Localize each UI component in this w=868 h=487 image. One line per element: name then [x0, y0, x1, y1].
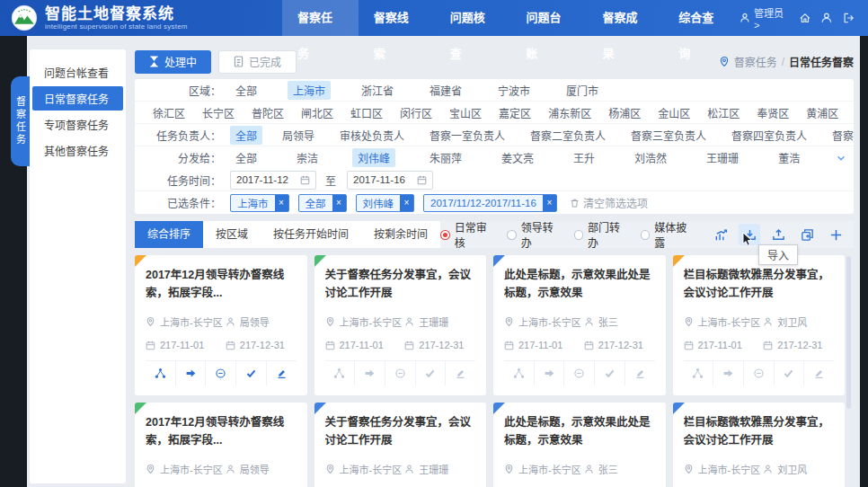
filter-option[interactable]: 督察三室负责人 — [625, 126, 712, 145]
radio-部门转办[interactable]: 部门转办 — [574, 219, 629, 250]
sort-tab[interactable]: 按剩余时间 — [361, 221, 440, 248]
export-icon[interactable] — [767, 224, 789, 245]
filter-option[interactable]: 全部 — [230, 81, 262, 100]
filter-option[interactable]: 姜文亮 — [496, 148, 539, 167]
filter-option[interactable]: 审核处负责人 — [334, 126, 410, 145]
sidebar-item[interactable]: 其他督察任务 — [32, 138, 123, 163]
sidebar-vertical-tab[interactable]: 督察任务 — [11, 76, 30, 166]
forward-icon[interactable] — [534, 361, 564, 385]
filter-option[interactable]: 浙江省 — [356, 81, 399, 100]
remove-tag-icon[interactable]: × — [332, 195, 346, 211]
filter-option[interactable]: 普陀区 — [246, 103, 289, 122]
sidebar-item[interactable]: 专项督察任务 — [32, 112, 123, 137]
home-icon[interactable] — [799, 12, 811, 24]
breadcrumb-root[interactable]: 督察任务 — [734, 54, 777, 69]
sort-tab[interactable]: 按区域 — [203, 221, 261, 248]
suspend-icon[interactable] — [205, 361, 235, 385]
filter-option[interactable]: 黄浦区 — [801, 103, 844, 122]
radio-日常审核[interactable]: 日常审核 — [440, 219, 495, 250]
filter-option[interactable]: 崇洁 — [291, 148, 323, 167]
filter-option[interactable]: 福建省 — [424, 81, 467, 100]
filter-option[interactable]: 宝山区 — [444, 103, 487, 122]
task-card[interactable]: 栏目标题微软雅黑分发事宜，会议讨论工作开展 上海市-长宁区 刘卫风 217-11… — [673, 255, 846, 395]
edit-icon[interactable] — [266, 361, 297, 385]
nav-item-问题台账[interactable]: 问题台账 — [511, 0, 588, 36]
distribute-icon[interactable] — [146, 361, 175, 385]
copy-icon[interactable] — [796, 224, 818, 245]
add-icon[interactable] — [825, 224, 846, 245]
sidebar-item[interactable]: 问题台帐查看 — [32, 60, 123, 84]
logout-icon[interactable] — [843, 12, 855, 24]
task-card[interactable]: 2017年12月领导转办督察线索，拓展字段... 上海市-长宁区 局领导 217… — [135, 255, 307, 395]
filter-option[interactable]: 金山区 — [652, 103, 695, 122]
statistics-icon[interactable] — [710, 224, 731, 245]
filter-option[interactable]: 朱丽萍 — [424, 148, 467, 167]
suspend-icon[interactable] — [563, 361, 594, 385]
filter-option[interactable]: 督察五室负责人 — [827, 126, 854, 145]
filter-option[interactable]: 刘浩然 — [629, 148, 672, 167]
filter-option[interactable]: 厦门市 — [561, 81, 604, 100]
filter-option[interactable]: 宁波市 — [492, 81, 536, 100]
done-icon[interactable] — [774, 361, 804, 385]
nav-item-督察线索[interactable]: 督察线索 — [359, 0, 435, 36]
task-card[interactable]: 关于督察任务分发事宜，会议讨论工作开展 上海市-长宁区 王珊珊 217-11-0… — [314, 403, 487, 487]
filter-option[interactable]: 奉贤区 — [751, 103, 794, 122]
done-icon[interactable] — [415, 361, 446, 385]
filter-option[interactable]: 刘伟峰 — [352, 148, 395, 167]
filter-option[interactable]: 王珊珊 — [701, 148, 744, 167]
radio-领导转办[interactable]: 领导转办 — [507, 219, 562, 250]
filter-option[interactable]: 杨浦区 — [603, 103, 646, 122]
filter-option[interactable]: 全部 — [230, 126, 262, 145]
nav-item-问题核查[interactable]: 问题核查 — [435, 0, 511, 36]
filter-option[interactable]: 浦东新区 — [543, 103, 597, 122]
forward-icon[interactable] — [175, 361, 206, 385]
forward-icon[interactable] — [713, 361, 743, 385]
distribute-icon[interactable] — [684, 361, 713, 385]
chevron-down-icon[interactable] — [836, 153, 846, 164]
filter-option[interactable]: 督察一室负责人 — [424, 126, 510, 145]
cards-scrollbar-thumb[interactable] — [846, 256, 851, 409]
filter-option[interactable]: 董浩 — [773, 148, 805, 167]
forward-icon[interactable] — [354, 361, 385, 385]
done-icon[interactable] — [594, 361, 624, 385]
edit-icon[interactable] — [624, 361, 655, 385]
suspend-icon[interactable] — [385, 361, 415, 385]
filter-option[interactable]: 闸北区 — [296, 103, 339, 122]
remove-tag-icon[interactable]: × — [400, 195, 413, 211]
task-card[interactable]: 此处是标题，示意效果此处是标题，示意效果 上海市-长宁区 张三 217-11-0… — [493, 255, 666, 395]
task-card[interactable]: 此处是标题，示意效果此处是标题，示意效果 上海市-长宁区 张三 217-11-0… — [493, 403, 666, 487]
nav-item-督察任务[interactable]: 督察任务 — [282, 0, 359, 36]
task-card[interactable]: 关于督察任务分发事宜，会议讨论工作开展 上海市-长宁区 王珊珊 217-11-0… — [314, 255, 487, 395]
nav-item-综合查询[interactable]: 综合查询 — [663, 0, 740, 36]
filter-option[interactable]: 徐汇区 — [147, 103, 190, 122]
filter-option[interactable]: 闵行区 — [394, 103, 438, 122]
tab-processing[interactable]: 处理中 — [135, 50, 211, 74]
task-card[interactable]: 2017年12月领导转办督察线索，拓展字段... 上海市-长宁区 局领导 217… — [135, 403, 307, 487]
distribute-icon[interactable] — [504, 361, 534, 385]
filter-option[interactable]: 上海市 — [288, 81, 331, 100]
remove-tag-icon[interactable]: × — [543, 195, 556, 211]
suspend-icon[interactable] — [743, 361, 774, 385]
sidebar-item[interactable]: 日常督察任务 — [32, 86, 123, 111]
distribute-icon[interactable] — [325, 361, 355, 385]
filter-option[interactable]: 全部 — [230, 148, 262, 167]
remove-tag-icon[interactable]: × — [275, 195, 288, 211]
tab-completed[interactable]: 已完成 — [218, 50, 297, 74]
edit-icon[interactable] — [803, 361, 834, 385]
profile-icon[interactable] — [820, 12, 833, 24]
nav-item-督察成果[interactable]: 督察成果 — [587, 0, 663, 36]
sort-tab[interactable]: 按任务开始时间 — [261, 221, 361, 248]
radio-媒体披露[interactable]: 媒体披露 — [641, 219, 695, 250]
filter-option[interactable]: 督察四室负责人 — [726, 126, 812, 145]
clear-filters-button[interactable]: 清空筛选选项 — [570, 195, 648, 210]
done-icon[interactable] — [235, 361, 266, 385]
task-card[interactable]: 栏目标题微软雅黑分发事宜，会议讨论工作开展 上海市-长宁区 刘卫风 217-11… — [673, 403, 846, 487]
filter-option[interactable]: 督察二室负责人 — [525, 126, 611, 145]
filter-option[interactable]: 嘉定区 — [493, 103, 536, 122]
sort-tab[interactable]: 综合排序 — [135, 221, 203, 248]
filter-option[interactable]: 静安区 — [850, 103, 854, 122]
filter-option[interactable]: 王升 — [568, 148, 600, 167]
user-menu[interactable]: 管理员> — [740, 5, 788, 31]
edit-icon[interactable] — [445, 361, 475, 385]
filter-option[interactable]: 松江区 — [702, 103, 745, 122]
